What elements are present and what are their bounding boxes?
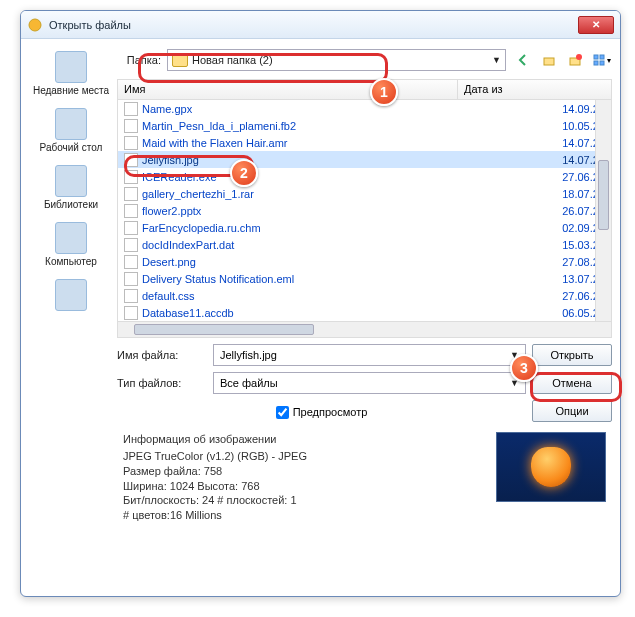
- file-date: 15.03.20: [458, 239, 611, 251]
- filename-combo[interactable]: Jellyfish.jpg▼: [213, 344, 526, 366]
- window-title: Открыть файлы: [49, 19, 578, 31]
- file-icon: [124, 204, 138, 218]
- filetype-combo[interactable]: Все файлы▼: [213, 372, 526, 394]
- file-row[interactable]: Delivery Status Notification.eml13.07.20: [118, 270, 611, 287]
- preview-checkbox[interactable]: [276, 406, 289, 419]
- file-date: 18.07.20: [458, 188, 611, 200]
- file-row[interactable]: docIdIndexPart.dat15.03.20: [118, 236, 611, 253]
- titlebar: Открыть файлы ✕: [21, 11, 620, 39]
- file-row[interactable]: Jellyfish.jpg14.07.20: [118, 151, 611, 168]
- info-line: # цветов:16 Millions: [123, 508, 484, 523]
- file-row[interactable]: default.css27.06.20: [118, 287, 611, 304]
- file-row[interactable]: Name.gpx14.09.20: [118, 100, 611, 117]
- app-icon: [27, 17, 43, 33]
- file-date: 27.08.20: [458, 256, 611, 268]
- file-icon: [124, 102, 138, 116]
- file-row[interactable]: gallery_chertezhi_1.rar18.07.20: [118, 185, 611, 202]
- file-icon: [124, 221, 138, 235]
- file-name: Jellyfish.jpg: [142, 154, 199, 166]
- info-title: Информация об изображении: [123, 432, 484, 447]
- folder-combo[interactable]: Новая папка (2) ▼: [167, 49, 506, 71]
- new-folder-button[interactable]: [564, 49, 586, 71]
- file-date: 10.05.20: [458, 120, 611, 132]
- file-name: FarEncyclopedia.ru.chm: [142, 222, 261, 234]
- file-date: 14.07.20: [458, 154, 611, 166]
- svg-point-3: [576, 54, 582, 60]
- file-icon: [124, 306, 138, 320]
- file-icon: [124, 153, 138, 167]
- info-line: Размер файла: 758: [123, 464, 484, 479]
- file-date: 27.06.20: [458, 171, 611, 183]
- file-name: docIdIndexPart.dat: [142, 239, 234, 251]
- file-icon: [124, 238, 138, 252]
- places-sidebar: Недавние местаРабочий столБиблиотекиКомп…: [29, 47, 113, 523]
- cancel-button[interactable]: Отмена: [532, 372, 612, 394]
- file-name: Delivery Status Notification.eml: [142, 273, 294, 285]
- filename-value: Jellyfish.jpg: [220, 349, 277, 361]
- scroll-thumb[interactable]: [598, 160, 609, 230]
- svg-rect-5: [600, 55, 604, 59]
- place-item[interactable]: Библиотеки: [31, 161, 111, 214]
- file-date: 26.07.20: [458, 205, 611, 217]
- svg-rect-1: [544, 58, 554, 65]
- column-date[interactable]: Дата из: [458, 80, 611, 99]
- place-icon: [55, 108, 87, 140]
- place-icon: [55, 51, 87, 83]
- file-row[interactable]: Database11.accdb06.05.20: [118, 304, 611, 321]
- file-name: Name.gpx: [142, 103, 192, 115]
- folder-label: Папка:: [117, 54, 161, 66]
- view-menu-button[interactable]: ▾: [590, 49, 612, 71]
- back-button[interactable]: [512, 49, 534, 71]
- options-button[interactable]: Опции: [532, 400, 612, 422]
- file-date: 14.07.20: [458, 137, 611, 149]
- file-name: flower2.pptx: [142, 205, 201, 217]
- file-row[interactable]: Martin_Pesn_lda_i_plameni.fb210.05.20: [118, 117, 611, 134]
- file-date: 27.06.20: [458, 290, 611, 302]
- horizontal-scrollbar[interactable]: [118, 321, 611, 337]
- file-date: 02.09.20: [458, 222, 611, 234]
- place-icon: [55, 165, 87, 197]
- up-button[interactable]: [538, 49, 560, 71]
- file-name: Maid with the Flaxen Hair.amr: [142, 137, 288, 149]
- image-info: Информация об изображении JPEG TrueColor…: [123, 432, 484, 523]
- svg-rect-4: [594, 55, 598, 59]
- file-row[interactable]: FarEncyclopedia.ru.chm02.09.20: [118, 219, 611, 236]
- preview-label: Предпросмотр: [293, 406, 368, 418]
- open-button[interactable]: Открыть: [532, 344, 612, 366]
- file-icon: [124, 272, 138, 286]
- file-row[interactable]: Desert.png27.08.20: [118, 253, 611, 270]
- folder-name: Новая папка (2): [192, 54, 488, 66]
- file-icon: [124, 170, 138, 184]
- file-row[interactable]: flower2.pptx26.07.20: [118, 202, 611, 219]
- file-date: 14.09.20: [458, 103, 611, 115]
- svg-rect-6: [594, 61, 598, 65]
- svg-rect-7: [600, 61, 604, 65]
- place-label: Недавние места: [33, 85, 109, 96]
- info-line: Бит/плоскость: 24 # плоскостей: 1: [123, 493, 484, 508]
- folder-icon: [172, 53, 188, 67]
- list-header[interactable]: Имя Дата из: [118, 80, 611, 100]
- jellyfish-image: [531, 447, 571, 487]
- file-row[interactable]: Maid with the Flaxen Hair.amr14.07.20: [118, 134, 611, 151]
- close-button[interactable]: ✕: [578, 16, 614, 34]
- column-name[interactable]: Имя: [118, 80, 458, 99]
- place-icon: [55, 222, 87, 254]
- place-item[interactable]: Недавние места: [31, 47, 111, 100]
- chevron-down-icon: ▼: [492, 55, 501, 65]
- open-file-dialog: Открыть файлы ✕ Недавние местаРабочий ст…: [20, 10, 621, 597]
- hscroll-thumb[interactable]: [134, 324, 314, 335]
- file-name: default.css: [142, 290, 195, 302]
- file-icon: [124, 255, 138, 269]
- place-label: Компьютер: [45, 256, 97, 267]
- place-item[interactable]: Компьютер: [31, 218, 111, 271]
- info-line: Ширина: 1024 Высота: 768: [123, 479, 484, 494]
- place-item[interactable]: Рабочий стол: [31, 104, 111, 157]
- place-item[interactable]: [31, 275, 111, 317]
- file-row[interactable]: ICEReader.exe27.06.20: [118, 168, 611, 185]
- file-icon: [124, 136, 138, 150]
- file-icon: [124, 289, 138, 303]
- place-label: Библиотеки: [44, 199, 98, 210]
- file-icon: [124, 187, 138, 201]
- file-name: Martin_Pesn_lda_i_plameni.fb2: [142, 120, 296, 132]
- vertical-scrollbar[interactable]: [595, 100, 611, 321]
